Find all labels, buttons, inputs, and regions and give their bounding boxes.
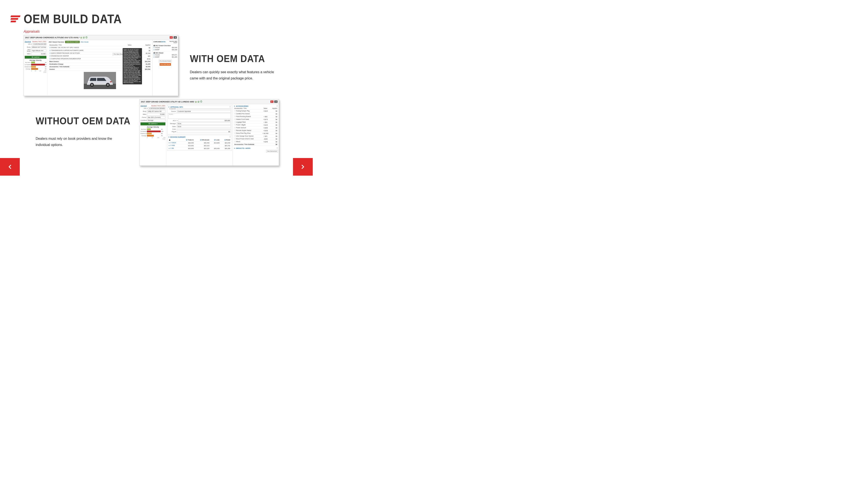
- price-value: $49,871: [172, 54, 177, 56]
- print-booked-button[interactable]: Print Booked Model: [159, 60, 172, 62]
- chevron-down-icon[interactable]: ▼: [168, 106, 170, 108]
- book-name[interactable]: ▸ ☑ NADA: [169, 142, 176, 143]
- accessory-name: Towing/Camper Pkg: [236, 110, 250, 111]
- print-icon[interactable]: 🖶: [153, 45, 155, 46]
- appraisal-tab[interactable]: Appraisal: [25, 41, 31, 42]
- book-name[interactable]: ▸ ☑ KBB: [169, 145, 175, 146]
- velocity-bar: [147, 128, 161, 130]
- checkbox-icon[interactable]: ☑: [200, 139, 202, 141]
- vin-input[interactable]: 1C4RJFAG2HC909600: [32, 43, 46, 45]
- manager-select[interactable]: None: [177, 122, 231, 125]
- price-value: $40,480: [172, 49, 177, 51]
- checkbox-icon[interactable]: ☐: [234, 113, 236, 115]
- chevron-down-icon[interactable]: ▼: [234, 105, 235, 107]
- accessory-value: - $200: [261, 138, 270, 140]
- acc-subtotal-value: $0: [270, 143, 278, 146]
- accessory-value: + $400: [261, 126, 270, 129]
- velocity-bar: [31, 64, 44, 65]
- body-select[interactable]: Altitude 4x4 *Ltd Ava: [31, 46, 46, 48]
- source-select[interactable]: Customer Appraisal: [177, 110, 231, 112]
- checkbox-icon[interactable]: ☑: [50, 58, 51, 60]
- checkbox-icon[interactable]: ☐: [234, 116, 236, 117]
- total-label: Base Invoice:: [49, 60, 122, 63]
- period-select[interactable]: Mar 2021 (Current): [147, 116, 165, 119]
- condition-select[interactable]: Average: [147, 119, 165, 122]
- vin-input[interactable]: 1C4RJFAG2HC909600: [148, 107, 165, 109]
- checkbox-icon[interactable]: ☑: [214, 139, 215, 141]
- print-icon[interactable]: 🖶: [169, 139, 170, 141]
- axis-tick: 50: [35, 70, 36, 71]
- vin-label: VIN: [25, 43, 31, 45]
- prev-slide-button[interactable]: [0, 158, 20, 175]
- accessory-applied: $0: [270, 121, 278, 124]
- checkbox-icon[interactable]: ☑: [50, 47, 51, 48]
- checkbox-icon[interactable]: ☐: [234, 124, 236, 126]
- acv-input[interactable]: $20,000: [178, 119, 231, 122]
- axis-tick: 100: [39, 70, 41, 71]
- velocity-row: DealersLink55: [141, 133, 165, 134]
- checkbox-icon[interactable]: ☐: [234, 138, 236, 139]
- drag-handle-icon[interactable]: ⠿: [276, 105, 278, 107]
- checkbox-icon[interactable]: ☑: [224, 139, 226, 141]
- drag-handle-icon[interactable]: ⠿: [229, 106, 231, 108]
- checkbox-icon[interactable]: ☑: [50, 50, 51, 51]
- payoff-label: Payoff: [168, 131, 177, 132]
- next-slide-button[interactable]: [293, 158, 313, 175]
- notes-textarea[interactable]: Notes...: [168, 113, 231, 119]
- velocity-bar: [31, 62, 45, 63]
- accessories-table: Accessories / TrimValueApplied ☐ Towing/…: [234, 107, 278, 146]
- accessory-value: + $125: [261, 124, 270, 126]
- sales-select[interactable]: None: [177, 125, 231, 128]
- miles-input[interactable]: 33,000: [147, 113, 165, 116]
- badge-count: -6: [174, 36, 177, 39]
- drag-handle-icon[interactable]: ⠿: [276, 147, 278, 149]
- checkbox-icon[interactable]: ☑: [153, 54, 155, 56]
- checkbox-icon[interactable]: ☑: [153, 56, 155, 58]
- body-select[interactable]: Utility 4D Laredo 4W: [147, 110, 165, 112]
- book-row: ▸ ☑ NADA$20,450$20,450$19,600$24,550: [168, 141, 231, 144]
- accessory-applied: $0: [270, 124, 278, 126]
- checkbox-icon[interactable]: ☑: [50, 55, 51, 57]
- accessory-name: Luggage Rack: [236, 121, 246, 123]
- color-label: Color: [168, 128, 177, 130]
- drag-handle-icon[interactable]: ⠿: [229, 136, 231, 138]
- checkbox-icon[interactable]: ☐: [234, 110, 236, 111]
- accessory-value: + $275: [261, 118, 270, 121]
- payoff-input[interactable]: $0: [177, 131, 231, 133]
- chevron-down-icon[interactable]: ▼: [168, 136, 170, 138]
- checkbox-icon[interactable]: ☑: [186, 139, 187, 141]
- accessory-applied: $0: [270, 135, 278, 138]
- checkbox-icon[interactable]: ☑: [153, 49, 155, 51]
- vehicle-title: 2017 JEEP GRAND CHEROKEE UTILITY 4D LARE…: [141, 101, 194, 103]
- price-label: MSRP: [155, 49, 159, 51]
- copy-icon[interactable]: ⎘: [177, 120, 178, 121]
- checkbox-icon[interactable]: ☐: [234, 141, 236, 142]
- axis-unit: Days: [141, 138, 165, 139]
- checkbox-icon[interactable]: ☑: [50, 53, 51, 54]
- newbody-select[interactable]: High Altitude 4x4: [31, 50, 46, 52]
- checkbox-icon[interactable]: ☐: [234, 135, 236, 137]
- screenshot-without-oem: 2017 JEEP GRAND CHEROKEE UTILITY 4D LARE…: [140, 99, 279, 166]
- carfax-button[interactable]: ⦿ CARFAX: [25, 56, 46, 59]
- check-icon: ☑: [197, 101, 199, 103]
- miles-input[interactable]: 33,000: [31, 53, 46, 55]
- print-icon[interactable]: 🖶: [153, 52, 155, 54]
- carfax-button[interactable]: ⦿ CARFAX ▾: [141, 122, 165, 125]
- checkbox-icon[interactable]: ☐: [234, 121, 236, 123]
- color-select[interactable]: [177, 129, 231, 130]
- accessory-value: + $50: [261, 121, 270, 124]
- checkbox-icon[interactable]: ☐: [234, 127, 236, 128]
- appraisal-tab[interactable]: Appraisal: [141, 105, 147, 107]
- checkbox-icon[interactable]: ☑: [153, 47, 155, 48]
- customer-input[interactable]: [177, 108, 231, 109]
- book-value: $23,850: [181, 147, 194, 150]
- year-model-link[interactable]: 2021 Model: [81, 41, 89, 43]
- checkbox-icon[interactable]: ☐: [234, 119, 236, 120]
- print-2021-button[interactable]: Print 2021 Model: [160, 63, 171, 66]
- new-deduct-add-button[interactable]: New Deduct/Add: [266, 150, 278, 153]
- chevron-down-icon[interactable]: ▼: [234, 148, 235, 149]
- book-name[interactable]: ▸ ☑ BB: [169, 148, 174, 149]
- checkbox-icon[interactable]: ☐: [234, 132, 236, 134]
- accessory-applied: $0: [270, 132, 278, 135]
- checkbox-icon[interactable]: ☐: [234, 130, 236, 131]
